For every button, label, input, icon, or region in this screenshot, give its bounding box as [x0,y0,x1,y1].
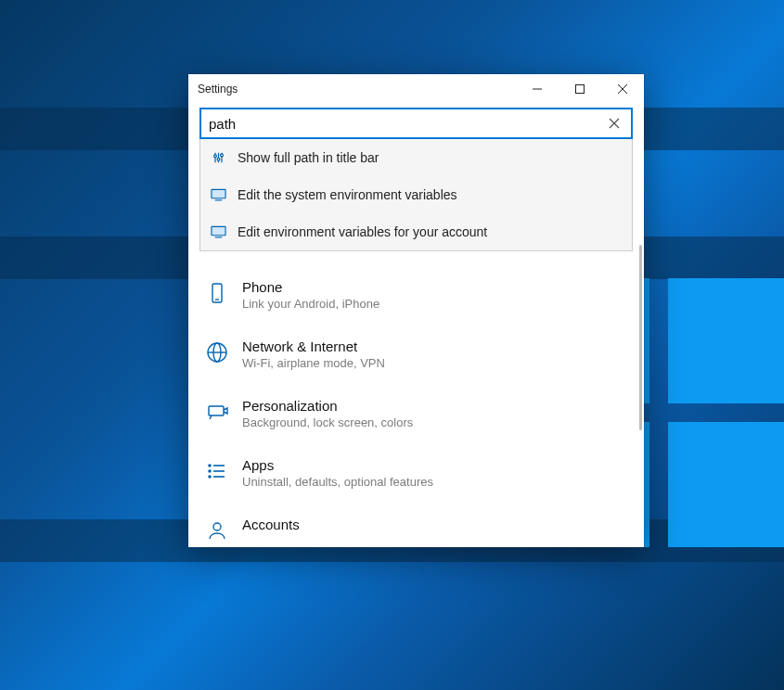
category-title: Network & Internet [242,339,385,354]
suggestion-label: Edit environment variables for your acco… [238,224,487,239]
category-accounts[interactable]: Accounts [201,507,631,544]
titlebar: Settings [188,74,644,104]
suggestion-item[interactable]: Show full path in title bar [200,139,632,176]
svg-point-30 [209,476,211,478]
category-apps[interactable]: Apps Uninstall, defaults, optional featu… [201,448,631,507]
category-network[interactable]: Network & Internet Wi-Fi, airplane mode,… [201,329,631,389]
svg-point-11 [220,154,223,157]
svg-point-28 [209,465,211,466]
settings-window: Settings [188,74,644,547]
suggestion-label: Show full path in title bar [238,150,379,165]
svg-rect-14 [211,226,225,235]
category-desc: Uninstall, defaults, optional features [242,475,433,489]
monitor-icon [210,188,226,201]
svg-point-31 [213,523,221,530]
category-phone[interactable]: Phone Link your Android, iPhone [201,270,631,329]
svg-point-9 [217,158,220,160]
svg-rect-21 [209,406,224,415]
category-title: Personalization [242,398,413,414]
maximize-button[interactable] [559,74,601,104]
category-title: Apps [242,457,433,473]
close-icon [609,118,620,129]
search-suggestions: Show full path in title bar Edit the sys… [199,139,633,251]
monitor-icon [210,225,226,238]
category-desc: Wi-Fi, airplane mode, VPN [242,356,385,370]
svg-point-7 [213,155,216,158]
brush-icon [203,398,231,426]
sliders-icon [210,151,226,164]
category-personalization[interactable]: Personalization Background, lock screen,… [201,389,631,448]
category-title: Phone [242,279,379,295]
search-box[interactable] [199,108,633,139]
close-button[interactable] [601,74,644,104]
svg-rect-12 [211,189,225,198]
svg-point-29 [209,470,211,472]
svg-rect-1 [576,85,585,94]
category-list: Phone Link your Android, iPhone Network … [199,251,633,544]
clear-search-button[interactable] [605,112,623,135]
category-title: Accounts [242,517,300,532]
suggestion-item[interactable]: Edit the system environment variables [200,176,632,213]
category-desc: Link your Android, iPhone [242,297,379,311]
globe-icon [203,339,231,366]
suggestion-label: Edit the system environment variables [238,187,457,202]
minimize-button[interactable] [516,74,559,104]
list-icon [203,457,231,485]
phone-icon [203,279,231,307]
account-icon [203,517,231,544]
search-input[interactable] [209,116,605,132]
window-title: Settings [198,83,516,96]
suggestion-item[interactable]: Edit environment variables for your acco… [200,213,632,250]
category-desc: Background, lock screen, colors [242,415,413,429]
scrollbar[interactable] [639,245,642,430]
